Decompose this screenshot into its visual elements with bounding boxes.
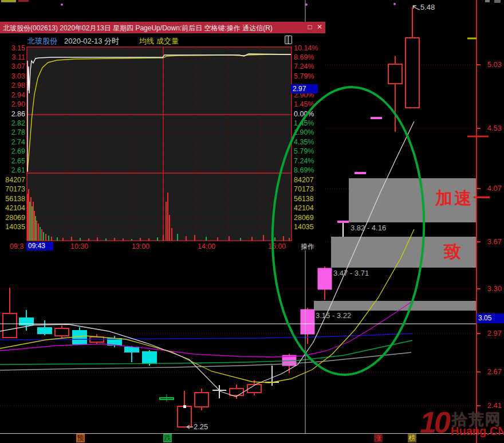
candle-body <box>3 313 17 338</box>
candle-body <box>125 347 139 352</box>
intraday-chart-canvas[interactable] <box>0 22 325 250</box>
candle-body <box>301 309 314 334</box>
candlestick <box>125 346 139 362</box>
accel-annotation-text: 加速一 致 <box>435 154 492 296</box>
candlestick <box>55 326 69 338</box>
tdx-application-window: 5.034.534.073.673.302.972.672.413.82 - 4… <box>0 0 504 443</box>
logo-number: 10 <box>420 406 448 439</box>
intraday-inset-window[interactable]: 北玻股份(002613) 2020年02月13日 星期四 PageUp/Down… <box>0 22 325 250</box>
action-hint-label[interactable]: 操作 <box>301 242 314 250</box>
site-watermark-logo: 10 拾荒网 Huang.CN <box>419 406 504 441</box>
candle-body <box>38 328 52 334</box>
selected-time-tag: 09:43 <box>26 242 53 250</box>
candlestick <box>301 308 314 344</box>
volume-profile-band <box>314 301 477 311</box>
candlestick <box>337 221 349 237</box>
toolbar-badge[interactable]: 预 <box>76 434 85 442</box>
candlestick <box>355 172 366 174</box>
candlestick <box>388 56 402 132</box>
candlestick <box>38 320 52 335</box>
toolbar-badge[interactable]: 跌 <box>163 434 172 442</box>
inset-crosshair-price-tag: 2.97 <box>291 84 318 93</box>
crosshair-price-tag: 3.05 <box>477 313 504 323</box>
candle-body <box>178 406 191 427</box>
high-price-label: 5.48 <box>420 3 435 11</box>
candle-body <box>230 389 243 395</box>
indicator-dot <box>61 3 63 6</box>
candle-body <box>195 393 208 407</box>
candlestick <box>160 394 174 402</box>
logo-domain: Huang.CN <box>451 425 504 438</box>
limit-up-dash <box>371 117 382 119</box>
candlestick <box>195 389 208 410</box>
pane-border <box>27 47 292 241</box>
candlestick <box>212 385 226 398</box>
low-price-label: 2.25 <box>194 422 208 431</box>
candle-body <box>318 268 332 289</box>
indicator-dot <box>305 3 308 6</box>
candlestick <box>73 327 86 344</box>
candle-open-dot <box>183 405 186 408</box>
candlestick <box>230 385 243 399</box>
limit-up-dash <box>355 172 366 174</box>
candle-body <box>143 352 156 363</box>
ma-line-gray <box>0 352 411 370</box>
candlestick <box>405 7 419 108</box>
candle-body <box>388 64 402 84</box>
candlestick <box>371 117 382 119</box>
toolbar-badge[interactable]: 涨 <box>374 434 383 442</box>
limit-up-dash <box>337 221 349 223</box>
indicator-dot <box>393 3 396 5</box>
candle-body <box>108 339 121 345</box>
candlestick <box>178 391 191 427</box>
candle-body <box>405 38 419 108</box>
toolbar-badge[interactable]: 榜 <box>408 434 416 442</box>
candle-body <box>55 328 69 336</box>
candlestick <box>318 266 332 300</box>
ma-line-green <box>0 340 412 364</box>
